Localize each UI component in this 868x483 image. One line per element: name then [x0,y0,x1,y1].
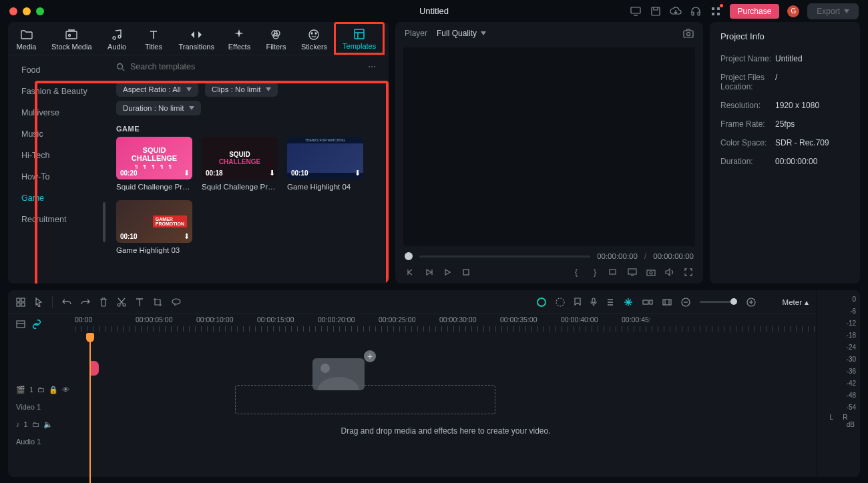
library-tabs: Media Stock Media Audio Titles Transitio… [8,22,389,55]
tab-audio[interactable]: Audio [99,22,136,55]
delete-button[interactable] [99,298,107,307]
render-button[interactable] [662,299,672,306]
export-button[interactable]: Export [807,3,859,19]
lasso-icon[interactable] [172,298,181,306]
playhead[interactable] [89,334,91,483]
tab-effects[interactable]: Effects [221,22,258,55]
play-button[interactable] [423,268,434,276]
eye-icon[interactable]: 👁 [62,386,69,394]
folder-icon[interactable]: 🗀 [37,386,45,394]
marker-button[interactable] [574,298,581,307]
meter-toggle[interactable]: Meter ▴ [783,298,809,307]
timeline-view-icon[interactable] [16,320,25,328]
drop-zone[interactable] [235,385,495,414]
crop-dropdown[interactable] [608,268,619,276]
playhead-marker[interactable] [89,361,99,376]
download-icon[interactable]: ⬇ [184,169,190,177]
category-fashion-beauty[interactable]: Fashion & Beauty [8,81,107,102]
timeline-ruler[interactable]: 00:0000:00:05:0000:00:10:0000:00:15:0000… [75,314,817,334]
audio-mix-button[interactable] [606,298,614,306]
device-icon[interactable] [630,5,642,17]
timeline-tracks-area[interactable]: + Drag and drop media and effects here t… [75,334,817,477]
svg-rect-20 [684,31,693,37]
zoom-in-button[interactable] [746,298,756,307]
filter-duration[interactable]: Duration : No limit [116,101,201,115]
template-card[interactable]: THANKS FOR WATCHING 00:10 ⬇ Game Highlig… [287,137,363,191]
user-avatar[interactable]: G [787,5,799,17]
maximize-window-button[interactable] [36,7,44,15]
undo-button[interactable] [62,298,71,306]
cloud-icon[interactable] [670,5,682,17]
category-scrollbar[interactable] [103,202,105,242]
quality-dropdown[interactable]: Full Quality [437,29,486,38]
category-food[interactable]: Food [8,59,107,81]
group-button[interactable] [642,298,653,306]
template-card[interactable]: SQUIDCHALLENGE¶ ¶ ¶ ¶ ¶ 00:20 ⬇ Squid Ch… [116,137,192,191]
video-track-header[interactable]: 🎬1🗀🔒👁 [8,381,75,398]
scrub-handle[interactable] [405,252,413,260]
tab-media[interactable]: Media [8,22,45,55]
player-viewport[interactable] [403,47,695,246]
tab-stickers[interactable]: Stickers [294,22,334,55]
apps-icon[interactable] [710,5,722,17]
crop-tool-button[interactable] [153,298,162,307]
snapshot-icon[interactable] [683,29,694,38]
fullscreen-button[interactable] [683,268,694,276]
minimize-window-button[interactable] [23,7,31,15]
tab-transitions[interactable]: Transitions [172,22,221,55]
play-forward-button[interactable] [442,268,453,276]
category-music[interactable]: Music [8,123,107,145]
volume-button[interactable] [664,268,675,276]
zoom-slider[interactable] [700,301,737,303]
speed-button[interactable] [556,298,565,307]
text-tool-button[interactable] [136,298,144,307]
tab-templates[interactable]: Templates [334,22,385,55]
mark-in-button[interactable]: { [571,268,582,277]
mic-button[interactable] [590,298,597,307]
template-card[interactable]: SQUIDCHALLENGE 00:18 ⬇ Squid Challenge P… [202,137,278,191]
filter-aspect-ratio[interactable]: Aspect Ratio : All [116,82,198,97]
search-templates-input[interactable] [130,62,363,71]
layout-icon[interactable] [16,298,25,307]
cut-button[interactable] [117,298,126,307]
close-window-button[interactable] [9,7,17,15]
filter-clips[interactable]: Clips : No limit [205,82,278,97]
headphones-icon[interactable] [690,5,702,17]
category-how-to[interactable]: How-To [8,166,107,187]
lock-icon[interactable]: 🔒 [49,386,58,394]
category-multiverse[interactable]: Multiverse [8,102,107,123]
save-icon[interactable] [650,5,662,17]
tab-stock-media[interactable]: Stock Media [45,22,99,55]
stop-button[interactable] [461,269,471,276]
folder-icon [21,29,33,41]
download-icon[interactable]: ⬇ [269,169,275,177]
category-recruitment[interactable]: Recruitment [8,209,107,230]
tab-titles[interactable]: Titles [136,22,172,55]
adjust-button[interactable] [624,298,633,307]
redo-button[interactable] [81,298,90,306]
player-scrubber[interactable]: 00:00:00:00 / 00:00:00:00 [405,252,694,261]
download-icon[interactable]: ⬇ [184,232,190,241]
content-scrollbar[interactable] [387,149,389,202]
player-label: Player [405,29,427,38]
mark-out-button[interactable]: } [590,268,600,277]
tab-filters[interactable]: Filters [258,22,294,55]
zoom-out-button[interactable] [681,298,690,307]
display-button[interactable] [627,268,638,276]
audio-track-header[interactable]: ♪1🗀🔈 [8,416,75,433]
record-indicator[interactable] [537,298,546,307]
category-game[interactable]: Game [8,187,107,209]
purchase-button[interactable]: Purchase [730,4,780,19]
link-icon[interactable] [32,320,41,329]
folder-icon[interactable]: 🗀 [32,420,39,429]
template-card[interactable]: GAMERPROMOTION 00:10 ⬇ Game Highlight 03 [116,200,192,254]
category-hi-tech[interactable]: Hi-Tech [8,145,107,166]
search-more-icon[interactable]: ⋯ [368,62,377,71]
add-media-button[interactable]: + [364,350,376,362]
window-title: Untitled [419,6,449,16]
prev-frame-button[interactable] [405,268,415,276]
mute-icon[interactable]: 🔈 [43,420,53,429]
pointer-icon[interactable] [35,298,43,307]
download-icon[interactable]: ⬇ [355,169,361,177]
camera-button[interactable] [646,268,656,276]
